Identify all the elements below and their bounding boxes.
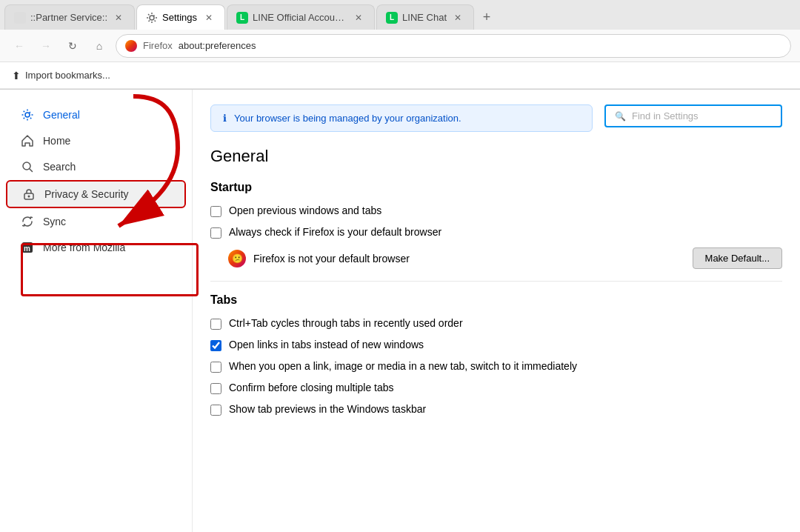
sidebar-item-sync[interactable]: Sync [6,209,186,234]
content-area: ℹ Your browser is being managed by your … [193,90,800,532]
option-open-prev: Open previous windows and tabs [210,205,782,217]
tab-previews-label: Show tab previews in the Windows taskbar [229,403,426,415]
sync-icon [21,215,34,228]
option-switch-tab: When you open a link, image or media in … [210,360,782,373]
open-links-label: Open links in tabs instead of new window… [229,339,424,350]
sidebar-item-search[interactable]: Search [6,154,186,179]
switch-tab-checkbox[interactable] [210,362,221,373]
reload-button[interactable]: ↻ [62,36,83,56]
sidebar-search-label: Search [43,161,76,173]
back-button[interactable]: ← [9,36,30,56]
partner-favicon [14,12,26,24]
default-check-checkbox[interactable] [210,227,221,239]
home-button[interactable]: ⌂ [89,36,110,56]
sidebar-privacy-label: Privacy & Security [44,188,129,200]
open-links-checkbox[interactable] [210,340,221,351]
home-icon [21,134,34,147]
tab-previews-checkbox[interactable] [210,405,221,416]
ctrl-tab-label: Ctrl+Tab cycles through tabs in recently… [229,317,463,329]
find-in-settings-input[interactable]: 🔍 Find in Settings [604,104,782,127]
option-ctrl-tab: Ctrl+Tab cycles through tabs in recently… [210,317,782,330]
ctrl-tab-checkbox[interactable] [210,319,221,330]
import-bar: ⬆ Import bookmarks... [0,62,800,89]
option-open-links: Open links in tabs instead of new window… [210,339,782,351]
tabs-title: Tabs [210,293,782,307]
open-prev-checkbox[interactable] [210,206,221,217]
svg-text:m: m [24,245,30,253]
confirm-close-label: Confirm before closing multiple tabs [229,382,394,393]
search-icon [21,160,34,173]
section-title: General [210,147,782,166]
tab-settings-title: Settings [162,12,198,23]
option-tab-previews: Show tab previews in the Windows taskbar [210,403,782,416]
confirm-close-checkbox[interactable] [210,383,221,394]
sidebar-item-general[interactable]: General [6,102,186,127]
import-bookmarks-button[interactable]: ⬆ Import bookmarks... [12,70,110,82]
firefox-label: Firefox [143,40,173,51]
banner-text: Your browser is being managed by your or… [234,113,461,124]
import-label: Import bookmarks... [25,70,110,81]
mozilla-icon: m [21,241,34,254]
tab-settings[interactable]: Settings ✕ [136,4,225,30]
sidebar: General Home Search [0,90,193,532]
tab-line-chat[interactable]: L LINE Chat ✕ [376,4,474,30]
settings-favicon [146,12,158,24]
managed-browser-banner: ℹ Your browser is being managed by your … [210,104,593,132]
search-settings-icon: 🔍 [615,111,626,122]
sidebar-general-label: General [43,109,80,121]
address-text: about:preferences [179,40,256,51]
default-browser-row: 😕 Firefox is not your default browser Ma… [228,247,782,269]
line-official-favicon: L [236,12,248,24]
option-default-check: Always check if Firefox is your default … [210,226,782,239]
svg-point-4 [28,196,30,198]
svg-point-1 [25,113,30,117]
svg-point-0 [150,16,154,20]
open-prev-label: Open previous windows and tabs [229,205,381,216]
sidebar-sync-label: Sync [43,216,66,227]
search-placeholder: Find in Settings [632,110,699,122]
forward-button[interactable]: → [36,36,56,56]
sidebar-mozilla-label: More from Mozilla [43,242,125,253]
sidebar-item-mozilla[interactable]: m More from Mozilla [6,235,186,260]
tab-line-official[interactable]: L LINE Official Account Manager ✕ [227,4,375,30]
firefox-icon [125,40,137,52]
tab-line-chat-title: LINE Chat [402,12,447,23]
import-icon: ⬆ [12,70,21,82]
tab-settings-close[interactable]: ✕ [202,11,216,24]
tab-line-official-title: LINE Official Account Manager [253,12,347,23]
switch-tab-label: When you open a link, image or media in … [229,360,577,372]
new-tab-button[interactable]: + [476,4,498,30]
tab-line-official-close[interactable]: ✕ [352,11,365,24]
nav-bar: ← → ↻ ⌂ Firefox about:preferences [0,30,800,62]
not-default-text: Firefox is not your default browser [253,253,685,265]
tab-bar: ::Partner Service:: ✕ Settings ✕ L LINE … [0,0,800,30]
lock-icon [22,187,36,201]
make-default-button[interactable]: Make Default... [693,247,782,269]
address-bar[interactable]: Firefox about:preferences [116,34,791,58]
tab-line-chat-close[interactable]: ✕ [451,11,464,24]
sidebar-home-label: Home [43,135,70,147]
option-confirm-close: Confirm before closing multiple tabs [210,382,782,394]
tab-partner[interactable]: ::Partner Service:: ✕ [4,4,135,30]
tab-partner-close[interactable]: ✕ [112,11,125,24]
info-icon: ℹ [223,113,227,124]
sidebar-item-privacy[interactable]: Privacy & Security [6,180,186,208]
tab-partner-title: ::Partner Service:: [30,12,107,23]
startup-title: Startup [210,181,782,194]
divider [210,281,782,282]
default-check-label: Always check if Firefox is your default … [229,226,441,238]
browser-chrome: ::Partner Service:: ✕ Settings ✕ L LINE … [0,0,800,90]
sad-firefox-icon: 😕 [228,250,246,267]
line-chat-favicon: L [386,12,398,24]
sidebar-item-home[interactable]: Home [6,128,186,153]
main-layout: General Home Search [0,90,800,532]
gear-icon [21,108,34,122]
